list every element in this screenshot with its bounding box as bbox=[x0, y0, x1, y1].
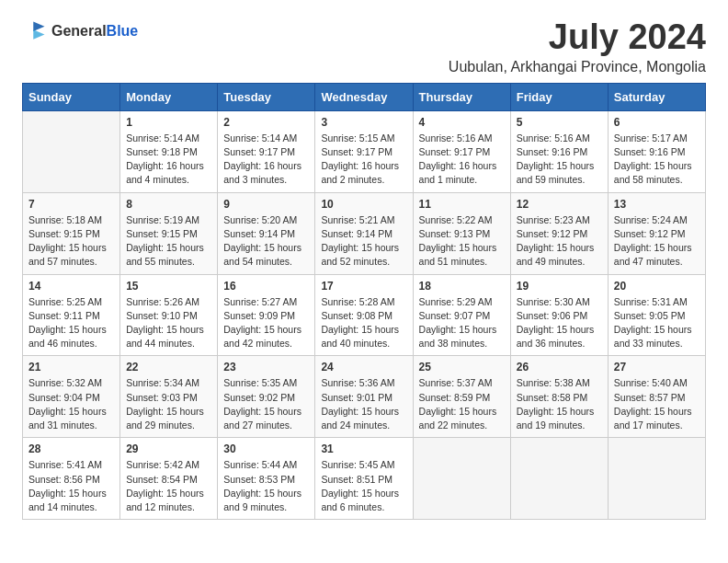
calendar-cell: 7Sunrise: 5:18 AMSunset: 9:15 PMDaylight… bbox=[23, 192, 120, 274]
day-number: 14 bbox=[28, 280, 114, 293]
day-info: Sunrise: 5:14 AMSunset: 9:17 PMDaylight:… bbox=[223, 132, 309, 188]
day-info: Sunrise: 5:36 AMSunset: 9:01 PMDaylight:… bbox=[321, 376, 406, 432]
calendar-title: July 2024 bbox=[449, 18, 706, 57]
calendar-cell bbox=[23, 110, 120, 192]
calendar-cell: 30Sunrise: 5:44 AMSunset: 8:53 PMDayligh… bbox=[218, 438, 315, 520]
logo-blue: Blue bbox=[107, 23, 139, 39]
calendar-cell: 15Sunrise: 5:26 AMSunset: 9:10 PMDayligh… bbox=[120, 274, 218, 356]
day-info: Sunrise: 5:41 AMSunset: 8:56 PMDaylight:… bbox=[28, 458, 114, 514]
calendar-header-row: SundayMondayTuesdayWednesdayThursdayFrid… bbox=[23, 83, 706, 110]
calendar-cell: 27Sunrise: 5:40 AMSunset: 8:57 PMDayligh… bbox=[608, 356, 705, 438]
calendar-cell: 20Sunrise: 5:31 AMSunset: 9:05 PMDayligh… bbox=[608, 274, 705, 356]
day-number: 12 bbox=[517, 198, 602, 211]
day-number: 30 bbox=[223, 442, 309, 455]
day-info: Sunrise: 5:19 AMSunset: 9:15 PMDaylight:… bbox=[126, 213, 211, 270]
day-number: 22 bbox=[126, 361, 211, 373]
day-number: 16 bbox=[223, 280, 309, 293]
day-info: Sunrise: 5:18 AMSunset: 9:15 PMDaylight:… bbox=[28, 213, 114, 270]
header-thursday: Thursday bbox=[413, 83, 510, 110]
calendar-cell: 14Sunrise: 5:25 AMSunset: 9:11 PMDayligh… bbox=[23, 274, 120, 356]
day-number: 28 bbox=[28, 442, 114, 455]
day-info: Sunrise: 5:24 AMSunset: 9:12 PMDaylight:… bbox=[614, 213, 700, 270]
day-number: 6 bbox=[614, 116, 700, 129]
day-info: Sunrise: 5:37 AMSunset: 8:59 PMDaylight:… bbox=[419, 376, 505, 432]
svg-marker-2 bbox=[33, 29, 44, 40]
day-info: Sunrise: 5:27 AMSunset: 9:09 PMDaylight:… bbox=[223, 295, 309, 351]
calendar-cell: 18Sunrise: 5:29 AMSunset: 9:07 PMDayligh… bbox=[413, 274, 510, 356]
day-info: Sunrise: 5:14 AMSunset: 9:18 PMDaylight:… bbox=[126, 132, 211, 188]
logo-text: GeneralBlue bbox=[51, 23, 138, 40]
day-info: Sunrise: 5:16 AMSunset: 9:17 PMDaylight:… bbox=[419, 132, 505, 188]
calendar-cell: 22Sunrise: 5:34 AMSunset: 9:03 PMDayligh… bbox=[120, 356, 218, 438]
day-number: 24 bbox=[321, 361, 406, 373]
calendar-cell: 1Sunrise: 5:14 AMSunset: 9:18 PMDaylight… bbox=[120, 110, 218, 192]
calendar-cell: 9Sunrise: 5:20 AMSunset: 9:14 PMDaylight… bbox=[218, 192, 315, 274]
day-number: 25 bbox=[419, 361, 505, 373]
calendar-cell: 25Sunrise: 5:37 AMSunset: 8:59 PMDayligh… bbox=[413, 356, 510, 438]
calendar-cell: 13Sunrise: 5:24 AMSunset: 9:12 PMDayligh… bbox=[608, 192, 705, 274]
day-number: 26 bbox=[517, 361, 602, 373]
calendar-table: SundayMondayTuesdayWednesdayThursdayFrid… bbox=[22, 83, 706, 520]
day-number: 11 bbox=[419, 198, 505, 211]
calendar-cell bbox=[510, 438, 608, 520]
header-saturday: Saturday bbox=[608, 83, 705, 110]
calendar-cell: 16Sunrise: 5:27 AMSunset: 9:09 PMDayligh… bbox=[218, 274, 315, 356]
week-row-3: 14Sunrise: 5:25 AMSunset: 9:11 PMDayligh… bbox=[23, 274, 706, 356]
day-number: 9 bbox=[223, 198, 309, 211]
week-row-2: 7Sunrise: 5:18 AMSunset: 9:15 PMDaylight… bbox=[23, 192, 706, 274]
day-info: Sunrise: 5:38 AMSunset: 8:58 PMDaylight:… bbox=[517, 376, 602, 432]
calendar-cell: 4Sunrise: 5:16 AMSunset: 9:17 PMDaylight… bbox=[413, 110, 510, 192]
calendar-cell: 17Sunrise: 5:28 AMSunset: 9:08 PMDayligh… bbox=[315, 274, 413, 356]
calendar-cell bbox=[413, 438, 510, 520]
logo-general: General bbox=[51, 23, 107, 39]
calendar-cell: 21Sunrise: 5:32 AMSunset: 9:04 PMDayligh… bbox=[23, 356, 120, 438]
logo: GeneralBlue bbox=[22, 18, 138, 44]
title-section: July 2024 Uubulan, Arkhangai Province, M… bbox=[449, 18, 706, 75]
day-info: Sunrise: 5:29 AMSunset: 9:07 PMDaylight:… bbox=[419, 295, 505, 351]
day-number: 8 bbox=[126, 198, 211, 211]
calendar-cell: 10Sunrise: 5:21 AMSunset: 9:14 PMDayligh… bbox=[315, 192, 413, 274]
day-info: Sunrise: 5:45 AMSunset: 8:51 PMDaylight:… bbox=[321, 458, 406, 514]
calendar-cell: 24Sunrise: 5:36 AMSunset: 9:01 PMDayligh… bbox=[315, 356, 413, 438]
page-header: GeneralBlue July 2024 Uubulan, Arkhangai… bbox=[22, 18, 706, 75]
logo-icon bbox=[22, 18, 48, 44]
day-number: 31 bbox=[321, 442, 406, 455]
week-row-4: 21Sunrise: 5:32 AMSunset: 9:04 PMDayligh… bbox=[23, 356, 706, 438]
day-info: Sunrise: 5:25 AMSunset: 9:11 PMDaylight:… bbox=[28, 295, 114, 351]
calendar-cell bbox=[608, 438, 705, 520]
header-wednesday: Wednesday bbox=[315, 83, 413, 110]
calendar-cell: 5Sunrise: 5:16 AMSunset: 9:16 PMDaylight… bbox=[510, 110, 608, 192]
day-info: Sunrise: 5:17 AMSunset: 9:16 PMDaylight:… bbox=[614, 132, 700, 188]
calendar-cell: 28Sunrise: 5:41 AMSunset: 8:56 PMDayligh… bbox=[23, 438, 120, 520]
day-number: 10 bbox=[321, 198, 406, 211]
day-number: 4 bbox=[419, 116, 505, 129]
calendar-cell: 8Sunrise: 5:19 AMSunset: 9:15 PMDaylight… bbox=[120, 192, 218, 274]
day-number: 20 bbox=[614, 280, 700, 293]
svg-marker-1 bbox=[33, 22, 44, 32]
day-number: 21 bbox=[28, 361, 114, 373]
calendar-cell: 29Sunrise: 5:42 AMSunset: 8:54 PMDayligh… bbox=[120, 438, 218, 520]
day-info: Sunrise: 5:42 AMSunset: 8:54 PMDaylight:… bbox=[126, 458, 211, 514]
day-info: Sunrise: 5:20 AMSunset: 9:14 PMDaylight:… bbox=[223, 213, 309, 270]
week-row-1: 1Sunrise: 5:14 AMSunset: 9:18 PMDaylight… bbox=[23, 110, 706, 192]
day-number: 1 bbox=[126, 116, 211, 129]
week-row-5: 28Sunrise: 5:41 AMSunset: 8:56 PMDayligh… bbox=[23, 438, 706, 520]
day-number: 15 bbox=[126, 280, 211, 293]
day-number: 18 bbox=[419, 280, 505, 293]
calendar-cell: 6Sunrise: 5:17 AMSunset: 9:16 PMDaylight… bbox=[608, 110, 705, 192]
header-sunday: Sunday bbox=[23, 83, 120, 110]
header-friday: Friday bbox=[510, 83, 608, 110]
day-number: 3 bbox=[321, 116, 406, 129]
day-info: Sunrise: 5:21 AMSunset: 9:14 PMDaylight:… bbox=[321, 213, 406, 270]
day-number: 29 bbox=[126, 442, 211, 455]
day-info: Sunrise: 5:44 AMSunset: 8:53 PMDaylight:… bbox=[223, 458, 309, 514]
header-tuesday: Tuesday bbox=[218, 83, 315, 110]
day-number: 17 bbox=[321, 280, 406, 293]
day-number: 23 bbox=[223, 361, 309, 373]
day-number: 7 bbox=[28, 198, 114, 211]
day-info: Sunrise: 5:16 AMSunset: 9:16 PMDaylight:… bbox=[517, 132, 602, 188]
calendar-cell: 12Sunrise: 5:23 AMSunset: 9:12 PMDayligh… bbox=[510, 192, 608, 274]
calendar-cell: 11Sunrise: 5:22 AMSunset: 9:13 PMDayligh… bbox=[413, 192, 510, 274]
calendar-cell: 2Sunrise: 5:14 AMSunset: 9:17 PMDaylight… bbox=[218, 110, 315, 192]
calendar-cell: 26Sunrise: 5:38 AMSunset: 8:58 PMDayligh… bbox=[510, 356, 608, 438]
